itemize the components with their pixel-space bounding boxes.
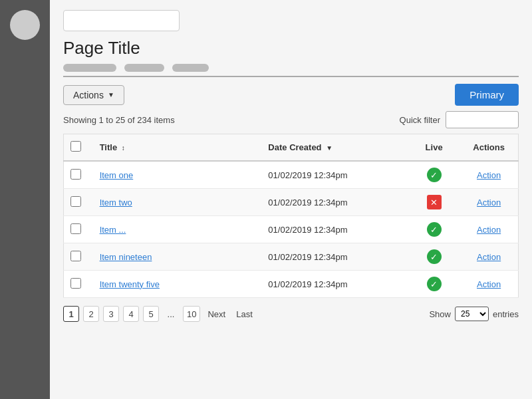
action-link-4[interactable]: Action bbox=[477, 279, 501, 289]
row-checkbox-2[interactable] bbox=[70, 223, 81, 234]
nav-tabs bbox=[63, 64, 519, 77]
page-ellipsis: ... bbox=[163, 306, 179, 322]
showing-info: Showing 1 to 25 of 234 items bbox=[63, 115, 175, 125]
live-cell-3: ✓ bbox=[408, 243, 460, 271]
header-actions: Actions bbox=[460, 134, 518, 162]
item-link-1[interactable]: Item two bbox=[100, 198, 132, 207]
live-yes-icon: ✓ bbox=[427, 222, 442, 237]
row-checkbox-0[interactable] bbox=[70, 169, 81, 180]
action-link-0[interactable]: Action bbox=[477, 170, 501, 180]
nav-tab-3[interactable] bbox=[172, 64, 209, 72]
live-yes-icon: ✓ bbox=[427, 249, 442, 264]
live-yes-icon: ✓ bbox=[427, 277, 442, 291]
avatar bbox=[10, 10, 40, 40]
table-header-row: Title ↕ Date Created ▼ Live Actions bbox=[64, 134, 519, 162]
quick-filter-row: Quick filter bbox=[400, 111, 519, 128]
page-3-button[interactable]: 3 bbox=[103, 306, 119, 322]
live-cell-2: ✓ bbox=[408, 216, 460, 243]
item-link-0[interactable]: Item one bbox=[100, 170, 134, 180]
page-2-button[interactable]: 2 bbox=[83, 306, 99, 322]
pagination: 1 2 3 4 5 ... 10 Next Last Show 25 50 10… bbox=[63, 306, 519, 322]
actions-label: Actions bbox=[73, 90, 104, 100]
item-link-2[interactable]: Item ... bbox=[100, 225, 126, 235]
actions-button[interactable]: Actions ▼ bbox=[63, 85, 124, 105]
table-row: Item two01/02/2019 12:34pm✕Action bbox=[64, 189, 519, 216]
entries-select[interactable]: 25 50 100 bbox=[455, 307, 489, 321]
date-cell-3: 01/02/2019 12:34pm bbox=[261, 243, 408, 271]
page-1-button[interactable]: 1 bbox=[63, 306, 79, 322]
date-sort-icon: ▼ bbox=[326, 144, 332, 152]
date-cell-1: 01/02/2019 12:34pm bbox=[261, 189, 408, 216]
row-checkbox-1[interactable] bbox=[70, 196, 81, 207]
item-link-4[interactable]: Item twenty five bbox=[100, 279, 160, 289]
date-cell-2: 01/02/2019 12:34pm bbox=[261, 216, 408, 243]
show-entries: Show 25 50 100 entries bbox=[429, 307, 519, 321]
dropdown-arrow-icon: ▼ bbox=[108, 91, 114, 98]
nav-tab-2[interactable] bbox=[124, 64, 164, 72]
table-row: Item twenty five01/02/2019 12:34pm✓Actio… bbox=[64, 271, 519, 298]
quick-filter-input[interactable] bbox=[446, 111, 519, 128]
show-label: Show bbox=[429, 309, 451, 319]
action-link-3[interactable]: Action bbox=[477, 252, 501, 262]
row-checkbox-3[interactable] bbox=[70, 251, 81, 261]
date-cell-4: 01/02/2019 12:34pm bbox=[261, 271, 408, 298]
action-link-1[interactable]: Action bbox=[477, 198, 501, 207]
data-table: Title ↕ Date Created ▼ Live Actions Item… bbox=[63, 134, 519, 298]
page-10-button[interactable]: 10 bbox=[183, 306, 200, 322]
top-search-container bbox=[63, 10, 519, 31]
header-title[interactable]: Title ↕ bbox=[93, 134, 262, 162]
toolbar: Actions ▼ Primary bbox=[63, 84, 519, 106]
live-cell-0: ✓ bbox=[408, 161, 460, 189]
main-content: Page Title Actions ▼ Primary Showing 1 t… bbox=[50, 0, 532, 399]
entries-label: entries bbox=[493, 309, 519, 319]
quick-filter-label: Quick filter bbox=[400, 115, 440, 125]
table-row: Item nineteen01/02/2019 12:34pm✓Action bbox=[64, 243, 519, 271]
primary-button[interactable]: Primary bbox=[455, 84, 519, 106]
action-link-2[interactable]: Action bbox=[477, 225, 501, 235]
live-no-icon: ✕ bbox=[427, 195, 442, 209]
header-check bbox=[64, 134, 93, 162]
next-button[interactable]: Next bbox=[204, 306, 229, 322]
last-button[interactable]: Last bbox=[233, 306, 256, 322]
table-row: Item one01/02/2019 12:34pm✓Action bbox=[64, 161, 519, 189]
info-row: Showing 1 to 25 of 234 items Quick filte… bbox=[63, 111, 519, 128]
sidebar bbox=[0, 0, 50, 399]
page-title: Page Title bbox=[63, 38, 519, 59]
select-all-checkbox[interactable] bbox=[70, 141, 81, 152]
page-5-button[interactable]: 5 bbox=[143, 306, 159, 322]
page-4-button[interactable]: 4 bbox=[123, 306, 139, 322]
live-cell-4: ✓ bbox=[408, 271, 460, 298]
title-sort-icon: ↕ bbox=[122, 144, 125, 152]
nav-tab-1[interactable] bbox=[63, 64, 116, 72]
table-row: Item ...01/02/2019 12:34pm✓Action bbox=[64, 216, 519, 243]
date-cell-0: 01/02/2019 12:34pm bbox=[261, 161, 408, 189]
live-cell-1: ✕ bbox=[408, 189, 460, 216]
header-live: Live bbox=[408, 134, 460, 162]
search-input[interactable] bbox=[63, 10, 180, 31]
header-date[interactable]: Date Created ▼ bbox=[261, 134, 408, 162]
live-yes-icon: ✓ bbox=[427, 168, 442, 182]
item-link-3[interactable]: Item nineteen bbox=[100, 252, 152, 262]
row-checkbox-4[interactable] bbox=[70, 278, 81, 289]
